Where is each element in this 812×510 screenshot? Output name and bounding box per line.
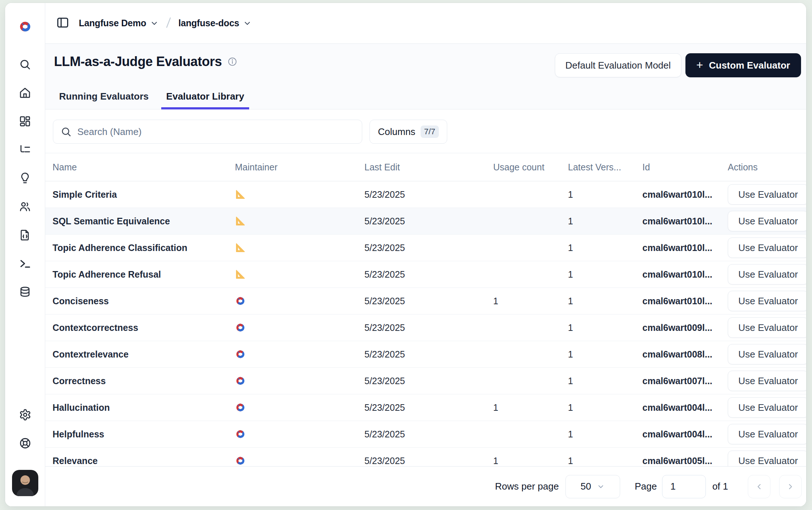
tab-evaluator-library[interactable]: Evaluator Library [161, 86, 250, 109]
use-evaluator-button[interactable]: Use Evaluator [728, 397, 806, 418]
user-avatar[interactable] [12, 470, 38, 496]
use-evaluator-button[interactable]: Use Evaluator [728, 211, 806, 231]
app-window: Langfuse Demo langfuse-docs LLM-as-a-Jud… [5, 3, 806, 506]
next-page-button[interactable] [779, 475, 802, 498]
column-header-name: Name [53, 153, 77, 181]
breadcrumb-separator [164, 16, 173, 31]
terminal-icon[interactable] [19, 258, 31, 270]
actions-cell: Use Evaluator [728, 314, 806, 341]
evaluator-id-cell: cmal6wart007l... [642, 368, 712, 394]
actions-cell: Use Evaluator [728, 341, 806, 367]
custom-evaluator-button[interactable]: + Custom Evaluator [685, 53, 801, 77]
use-evaluator-button[interactable]: Use Evaluator [728, 344, 806, 364]
last-edit-cell: 5/23/2025 [364, 341, 405, 367]
tab-running-evaluators[interactable]: Running Evaluators [54, 86, 154, 109]
plus-icon: + [696, 59, 703, 71]
langfuse-logo-icon [235, 322, 246, 333]
last-edit-cell: 5/23/2025 [364, 448, 405, 466]
last-edit-cell: 5/23/2025 [364, 314, 405, 341]
latest-version-cell: 1 [568, 261, 573, 287]
table-row[interactable]: Contextcorrectness5/23/20251cmal6wart009… [45, 314, 806, 341]
project-selector[interactable]: langfuse-docs [178, 18, 252, 28]
table-row[interactable]: Topic Adherence Refusal5/23/20251cmal6wa… [45, 261, 806, 288]
pagination-footer: Rows per page 50 Page of 1 [45, 466, 806, 506]
table-row[interactable]: Helpfulness5/23/20251cmal6wart004l...Use… [45, 421, 806, 448]
table-row[interactable]: Topic Adherence Classification5/23/20251… [45, 235, 806, 261]
search-input[interactable] [77, 126, 355, 138]
default-evaluation-model-button[interactable]: Default Evaluation Model [555, 53, 681, 77]
maintainer-cell [235, 288, 246, 314]
langfuse-logo-icon [235, 375, 246, 386]
evaluator-name: Simple Criteria [53, 181, 117, 208]
chevron-down-icon [243, 19, 252, 28]
table-row[interactable]: Hallucination5/23/202511cmal6wart004l...… [45, 394, 806, 421]
org-selector[interactable]: Langfuse Demo [79, 18, 159, 28]
table-row[interactable]: SQL Semantic Equivalence5/23/20251cmal6w… [45, 208, 806, 235]
project-name: langfuse-docs [178, 18, 239, 28]
dashboard-icon[interactable] [19, 115, 31, 127]
use-evaluator-button[interactable]: Use Evaluator [728, 451, 806, 466]
chevron-left-icon [755, 482, 763, 491]
columns-button[interactable]: Columns 7/7 [370, 120, 447, 144]
users-icon[interactable] [19, 201, 31, 213]
evaluator-name: Conciseness [53, 288, 109, 314]
latest-version-cell: 1 [568, 208, 573, 234]
last-edit-cell: 5/23/2025 [364, 208, 405, 234]
table-row[interactable]: Contextrelevance5/23/20251cmal6wart008l.… [45, 341, 806, 368]
evaluator-name: SQL Semantic Equivalence [53, 208, 170, 234]
usage-count-cell: 1 [493, 288, 498, 314]
prompts-file-icon[interactable] [19, 229, 31, 241]
org-name: Langfuse Demo [79, 18, 146, 28]
rows-per-page-label: Rows per page [495, 481, 559, 492]
rows-per-page-select[interactable]: 50 [565, 475, 620, 498]
page-number-input[interactable] [662, 475, 706, 498]
maintainer-cell [235, 314, 246, 341]
maintainer-cell [235, 448, 246, 466]
custom-evaluator-label: Custom Evaluator [709, 60, 790, 71]
table-row[interactable]: Simple Criteria5/23/20251cmal6wart010l..… [45, 181, 806, 208]
use-evaluator-button[interactable]: Use Evaluator [728, 184, 806, 205]
settings-gear-icon[interactable] [19, 409, 31, 421]
evaluator-id-cell: cmal6wart004l... [642, 421, 712, 447]
chevron-down-icon [150, 19, 159, 28]
use-evaluator-button[interactable]: Use Evaluator [728, 291, 806, 311]
sidebar [5, 3, 45, 506]
ragas-logo-icon [235, 269, 246, 280]
table-row[interactable]: Relevance5/23/202511cmal6wart005l...Use … [45, 448, 806, 466]
search-box[interactable] [53, 120, 362, 144]
support-lifebuoy-icon[interactable] [19, 437, 31, 449]
latest-version-cell: 1 [568, 448, 573, 466]
table-header: Name Maintainer Last Edit Usage count La… [45, 153, 806, 181]
tracing-tree-icon[interactable] [19, 144, 31, 156]
actions-cell: Use Evaluator [728, 208, 806, 234]
use-evaluator-button[interactable]: Use Evaluator [728, 264, 806, 285]
lightbulb-icon[interactable] [19, 172, 31, 184]
evaluator-name: Contextcorrectness [53, 314, 138, 341]
last-edit-cell: 5/23/2025 [364, 235, 405, 261]
use-evaluator-button[interactable]: Use Evaluator [728, 317, 806, 338]
use-evaluator-button[interactable]: Use Evaluator [728, 371, 806, 391]
table-row[interactable]: Correctness5/23/20251cmal6wart007l...Use… [45, 368, 806, 394]
use-evaluator-button[interactable]: Use Evaluator [728, 424, 806, 444]
home-icon[interactable] [19, 87, 31, 99]
table-row[interactable]: Conciseness5/23/202511cmal6wart010l...Us… [45, 288, 806, 314]
last-edit-cell: 5/23/2025 [364, 421, 405, 447]
evaluator-id-cell: cmal6wart010l... [642, 261, 712, 287]
rows-per-page-value: 50 [580, 481, 591, 492]
database-icon[interactable] [19, 286, 31, 298]
search-icon[interactable] [19, 58, 31, 70]
latest-version-cell: 1 [568, 394, 573, 421]
maintainer-cell [235, 368, 246, 394]
usage-count-cell: 1 [493, 394, 498, 421]
use-evaluator-button[interactable]: Use Evaluator [728, 237, 806, 258]
tabs: Running Evaluators Evaluator Library [54, 86, 249, 109]
sidebar-toggle-icon[interactable] [56, 16, 69, 31]
chevron-down-icon [597, 483, 605, 491]
info-icon[interactable] [228, 57, 237, 68]
previous-page-button[interactable] [748, 475, 770, 498]
actions-cell: Use Evaluator [728, 235, 806, 261]
latest-version-cell: 1 [568, 314, 573, 341]
columns-label: Columns [378, 126, 415, 138]
column-header-latest-version: Latest Vers... [568, 153, 621, 181]
evaluator-id-cell: cmal6wart004l... [642, 394, 712, 421]
